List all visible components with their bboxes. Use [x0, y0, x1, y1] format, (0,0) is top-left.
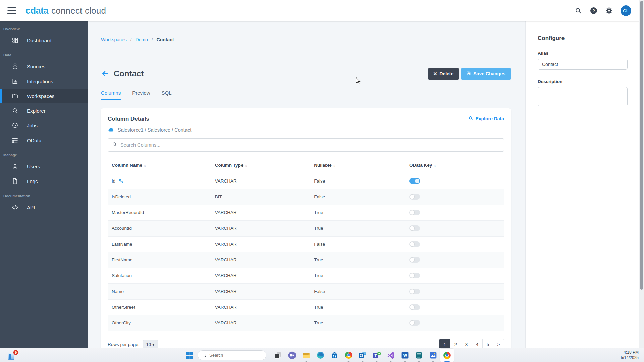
nullable-value: True — [310, 252, 405, 268]
sidebar-item-label: Integrations — [27, 79, 53, 84]
salesforce-cloud-icon — [108, 126, 115, 133]
column-name-value: OtherCity — [112, 320, 131, 325]
column-type-value: VARCHAR — [211, 315, 310, 331]
primary-key-icon — [118, 178, 124, 184]
odata-key-toggle[interactable] — [409, 273, 420, 278]
search-columns-box — [108, 138, 504, 152]
column-name-value: MasterRecordId — [112, 210, 144, 215]
search-icon[interactable] — [574, 7, 582, 15]
photos-icon[interactable] — [426, 349, 440, 362]
table-row: MasterRecordIdVARCHARTrue — [108, 205, 504, 220]
sidebar-item-odata[interactable]: OData — [0, 133, 88, 148]
user-avatar[interactable]: CL — [621, 5, 631, 16]
file-explorer-icon[interactable] — [299, 349, 313, 362]
chrome-icon[interactable] — [341, 349, 356, 362]
column-header-type[interactable]: Column Type↑↓ — [211, 158, 310, 173]
sidebar-item-users[interactable]: Users — [0, 159, 88, 174]
sidebar-section-documentation: Documentation — [0, 189, 88, 200]
store-icon[interactable] — [327, 349, 341, 362]
tab-preview[interactable]: Preview — [132, 90, 150, 100]
search-columns-input[interactable] — [120, 142, 500, 148]
breadcrumb: Workspaces / Demo / Contact — [101, 37, 174, 42]
table-row: IdVARCHARFalse — [108, 173, 504, 189]
taskbar-search-input[interactable] — [209, 353, 256, 358]
tab-sql[interactable]: SQL — [162, 90, 172, 100]
column-name-value: Salutation — [112, 273, 132, 278]
taskbar-search-box[interactable] — [198, 350, 266, 360]
taskbar-clock[interactable]: 4:18 PM 5/14/2025 — [621, 350, 639, 360]
sort-icon: ↑↓ — [144, 164, 146, 167]
save-changes-button[interactable]: Save Changes — [461, 68, 511, 80]
sidebar-item-workspaces[interactable]: Workspaces — [0, 89, 88, 103]
chevron-down-icon: ▾ — [152, 342, 155, 347]
column-details-card: Column Details Explore Data Salesforce1 … — [101, 108, 511, 357]
settings-icon[interactable] — [605, 7, 613, 15]
alias-label: Alias — [538, 51, 624, 56]
sidebar-nav: Overview Dashboard Data Sources Integrat… — [0, 21, 88, 348]
start-icon[interactable] — [183, 349, 196, 362]
odata-key-toggle[interactable] — [409, 210, 420, 215]
sidebar-item-jobs[interactable]: Jobs — [0, 118, 88, 133]
odata-key-toggle[interactable] — [409, 225, 420, 231]
sidebar-item-dashboard[interactable]: Dashboard — [0, 33, 88, 48]
help-icon[interactable]: ? — [590, 7, 598, 15]
odata-key-toggle[interactable] — [409, 320, 420, 326]
alias-input[interactable] — [538, 59, 628, 70]
active-browser-icon[interactable] — [440, 349, 454, 362]
odata-key-toggle[interactable] — [409, 289, 420, 294]
nullable-value: False — [310, 236, 405, 252]
menu-icon[interactable] — [7, 7, 16, 14]
edge-icon[interactable] — [313, 349, 327, 362]
tab-bar: Columns Preview SQL — [101, 90, 172, 100]
notification-badge: 5 — [13, 350, 19, 355]
table-row: SalutationVARCHARTrue — [108, 268, 504, 283]
odata-key-toggle[interactable] — [409, 257, 420, 263]
notes-icon[interactable] — [412, 349, 426, 362]
odata-key-toggle[interactable] — [409, 304, 420, 310]
visual-studio-icon[interactable] — [384, 349, 398, 362]
column-name-value: AccountId — [112, 226, 132, 231]
delete-button[interactable]: ✕ Delete — [428, 68, 459, 80]
column-type-value: VARCHAR — [211, 268, 310, 283]
column-header-nullable[interactable]: Nullable↑↓ — [310, 158, 405, 173]
description-textarea[interactable] — [538, 87, 628, 106]
odata-key-toggle[interactable] — [409, 178, 420, 184]
breadcrumb-demo[interactable]: Demo — [135, 37, 148, 42]
main-content: Workspaces / Demo / Contact Contact ✕ De… — [88, 21, 525, 348]
vertical-scrollbar[interactable] — [639, 0, 644, 348]
clock-date: 5/14/2025 — [621, 355, 639, 360]
tab-columns[interactable]: Columns — [101, 90, 121, 100]
notification-app-icon[interactable]: 5 — [7, 350, 19, 360]
sidebar-item-label: OData — [27, 138, 41, 143]
word-icon[interactable]: W — [398, 349, 412, 362]
sidebar-item-logs[interactable]: Logs — [0, 174, 88, 189]
odata-key-toggle[interactable] — [409, 241, 420, 247]
back-arrow-icon[interactable] — [101, 69, 110, 78]
sidebar-item-label: Jobs — [27, 123, 38, 128]
sidebar-item-explorer[interactable]: Explorer — [0, 103, 88, 118]
sort-icon: ↑↓ — [333, 164, 335, 167]
column-type-value: VARCHAR — [211, 252, 310, 268]
chat-icon[interactable] — [285, 349, 299, 362]
column-header-name[interactable]: Column Name↑↓ — [108, 158, 211, 173]
outlook-icon[interactable] — [356, 349, 370, 362]
odata-key-toggle[interactable] — [409, 194, 420, 200]
table-row: OtherStreetVARCHARTrue — [108, 299, 504, 315]
sidebar-item-api[interactable]: API — [0, 200, 88, 215]
explore-data-link[interactable]: Explore Data — [468, 116, 504, 122]
nullable-value: False — [310, 173, 405, 189]
teams-icon[interactable]: T — [370, 349, 384, 362]
nullable-value: True — [310, 205, 405, 220]
sidebar-item-integrations[interactable]: Integrations — [0, 74, 88, 89]
breadcrumb-workspaces[interactable]: Workspaces — [101, 37, 127, 42]
columns-table: Column Name↑↓ Column Type↑↓ Nullable↑↓ O… — [108, 158, 504, 331]
task-view-icon[interactable] — [271, 349, 285, 362]
svg-text:W: W — [403, 353, 407, 358]
sidebar-item-label: Sources — [27, 64, 45, 69]
sidebar-item-sources[interactable]: Sources — [0, 59, 88, 74]
nullable-value: True — [310, 268, 405, 283]
scrollbar-thumb[interactable] — [640, 1, 643, 290]
column-header-odata-key[interactable]: OData Key↑↓ — [405, 158, 504, 173]
column-table-body: IdVARCHARFalseIsDeletedBITFalseMasterRec… — [108, 173, 504, 331]
connection-path: Salesforce1 / Salesforce / Contact — [108, 126, 504, 133]
